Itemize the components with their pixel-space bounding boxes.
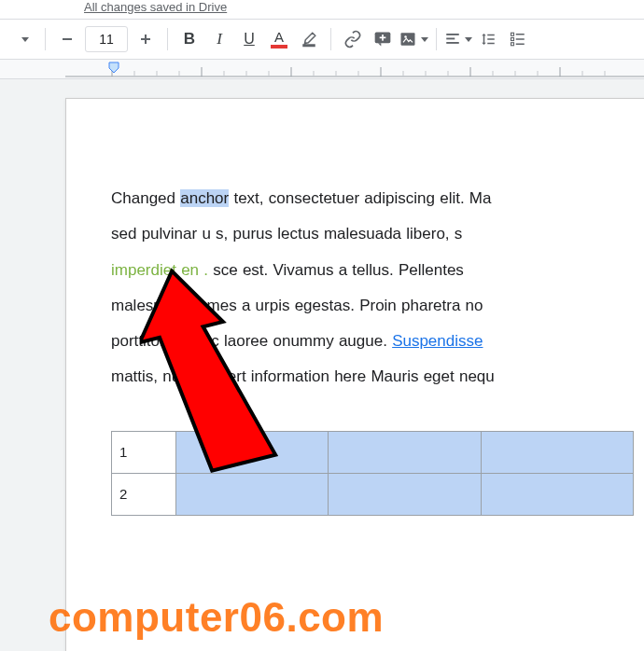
text[interactable]: malesuada fames a urpis egestas. Proin p… [111,297,483,314]
more-button[interactable] [9,25,37,53]
highlight-color-button[interactable] [295,25,323,53]
text[interactable]: Changed [111,189,180,207]
hyperlink-text[interactable]: imperdiet en . [111,261,208,279]
hyperlink[interactable]: Suspendisse [392,332,483,350]
svg-rect-6 [401,33,415,45]
underline-button[interactable]: U [235,25,263,53]
toolbar-separator [45,28,46,50]
svg-rect-12 [487,38,495,40]
svg-point-7 [404,35,407,38]
selected-text[interactable]: anchor [180,189,229,207]
document-page[interactable]: Changed anchor text, consectetuer adipis… [65,98,644,651]
align-left-icon [444,31,461,48]
table-row[interactable]: 1 [112,431,634,473]
toolbar-separator [167,28,168,50]
table-cell[interactable] [176,431,329,473]
svg-rect-16 [516,44,525,46]
text[interactable]: mattis, nunc. Insert information here Ma… [111,367,495,385]
bold-button[interactable]: B [175,25,203,53]
chevron-down-icon [21,37,29,42]
font-size-decrease[interactable] [53,25,81,53]
link-icon [343,30,362,48]
table-cell[interactable] [481,473,633,515]
svg-rect-18 [511,38,514,41]
text[interactable]: text, consectetuer adipiscing elit. Ma [229,189,491,207]
table-cell[interactable] [329,431,481,473]
svg-rect-0 [63,38,72,40]
horizontal-ruler[interactable] [0,60,644,79]
table-cell[interactable]: 2 [112,473,176,515]
image-icon [399,30,417,48]
svg-rect-19 [511,43,514,46]
italic-button[interactable]: I [205,25,233,53]
text[interactable]: sce est. Vivamus a tellus. Pellentes [208,261,464,279]
toolbar-separator [330,28,331,50]
document-canvas[interactable]: Changed anchor text, consectetuer adipis… [0,79,644,651]
save-status: All changes saved in Drive [84,0,227,14]
svg-rect-13 [487,43,495,45]
formatting-toolbar: 11 B I U A [0,20,644,60]
svg-rect-8 [446,34,459,35]
svg-rect-10 [446,42,459,44]
text[interactable]: porttitor. Donec laoree onummy augue. [111,332,392,350]
chevron-down-icon [421,37,428,42]
svg-rect-2 [145,35,147,44]
svg-rect-15 [516,38,525,40]
svg-rect-5 [382,35,384,41]
checklist-icon [510,31,526,48]
text-color-button[interactable]: A [265,25,293,53]
font-size-input[interactable]: 11 [85,26,128,52]
line-spacing-icon [480,31,497,48]
indent-marker[interactable] [108,62,119,78]
svg-rect-11 [487,35,495,36]
text[interactable]: sed pulvinar u s, purus lectus malesuada… [111,225,462,242]
svg-rect-14 [516,34,525,35]
text-color-swatch [271,45,287,48]
list-button[interactable] [504,25,532,53]
table-cell[interactable] [481,431,633,473]
line-spacing-button[interactable] [474,25,502,53]
insert-image-button[interactable] [399,25,428,53]
table-cell[interactable]: 1 [112,431,176,473]
comment-plus-icon [373,30,392,48]
insert-link-button[interactable] [339,25,367,53]
table-cell[interactable] [329,473,481,515]
align-button[interactable] [444,25,472,53]
svg-rect-17 [511,33,514,35]
svg-rect-9 [446,38,455,40]
document-table[interactable]: 1 2 [111,431,634,516]
insert-comment-button[interactable] [369,25,397,53]
toolbar-separator [436,28,437,50]
document-body[interactable]: Changed anchor text, consectetuer adipis… [111,181,644,395]
font-size-increase[interactable] [132,25,160,53]
status-bar: All changes saved in Drive [0,0,644,20]
chevron-down-icon [465,37,472,42]
table-row[interactable]: 2 [112,473,634,515]
table-cell[interactable] [176,473,329,515]
highlight-icon [301,31,317,48]
